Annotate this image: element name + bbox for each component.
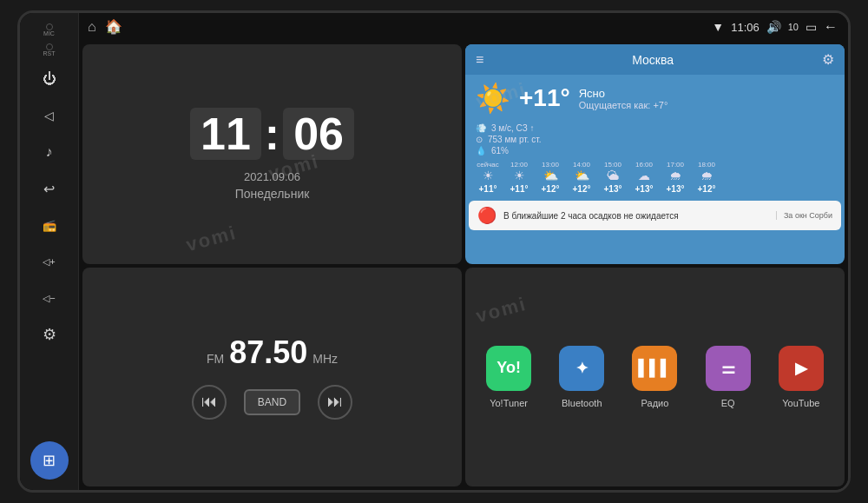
menu-icon[interactable]: ≡: [476, 52, 483, 68]
weather-alert: 🔴 В ближайшие 2 часа осадков не ожидаетс…: [469, 201, 841, 230]
navigate-button[interactable]: ◁: [32, 100, 67, 131]
app-youtube[interactable]: ▶ YouTube: [779, 346, 824, 408]
weather-condition: Ясно: [579, 87, 668, 100]
volume-icon: 🔊: [766, 20, 781, 34]
weather-forecast: сейчас ☀ +11° 12:00 ☀ +11° 13:00 ⛅ +12° …: [465, 157, 845, 197]
battery-icon: ▭: [806, 20, 817, 34]
status-icons: ▼ 11:06 🔊 10 ▭ ←: [712, 19, 838, 35]
status-time: 11:06: [731, 21, 760, 34]
clock-display: 11 : 06: [190, 108, 354, 160]
radio-frequency: 87.50: [229, 334, 307, 371]
battery-level: 10: [788, 22, 799, 32]
forecast-item: 14:00 ⛅ +12°: [569, 161, 594, 194]
volume-up-button[interactable]: ◁+: [32, 246, 67, 277]
weather-widget: ≡ Москва ⚙ ☀️ +11° Ясно Ощущается как: +…: [465, 44, 845, 264]
mic-indicator: MIC: [43, 23, 55, 36]
radio-freq-display: FM 87.50 MHz: [207, 334, 338, 371]
status-bar: ⌂ 🏠 ▼ 11:06 🔊 10 ▭ ←: [79, 13, 848, 41]
radio-next-button[interactable]: ⏭: [318, 385, 352, 420]
sun-icon: ☀️: [476, 82, 510, 115]
radio-band: FM: [207, 352, 224, 366]
humidity-stat: 💧 61%: [476, 146, 834, 156]
back-icon[interactable]: ←: [824, 19, 838, 35]
pressure-stat: ⊙ 753 мм рт. ст.: [476, 135, 834, 144]
settings-button[interactable]: ⚙: [32, 319, 67, 350]
side-panel: MIC RST ⏻ ◁ ♪ ↩ 📻 ◁+ ◁− ⚙ ⊞: [20, 13, 79, 490]
forecast-item: 17:00 🌧 +13°: [663, 161, 687, 194]
clock-date: 2021.09.06: [244, 170, 300, 183]
forecast-item: 16:00 ☁ +13°: [632, 161, 656, 194]
weather-main: ☀️ +11° Ясно Ощущается как: +7°: [465, 75, 845, 122]
weather-stats: 💨 3 м/с, СЗ ↑ ⊙ 753 мм рт. ст. 💧 61%: [465, 122, 845, 157]
music-button[interactable]: ♪: [32, 136, 67, 168]
rst-indicator: RST: [43, 43, 56, 56]
wind-value: 3 м/с, СЗ ↑: [491, 123, 534, 133]
radio-widget: FM 87.50 MHz ⏮ BAND ⏭: [82, 268, 462, 487]
device-frame: vomi vomi vomi vomi MIC RST ⏻ ◁ ♪ ↩ 📻 ◁+…: [17, 10, 851, 493]
humidity-icon: 💧: [476, 146, 486, 156]
alert-text: В ближайшие 2 часа осадков не ожидается: [503, 211, 769, 221]
main-screen: ⌂ 🏠 ▼ 11:06 🔊 10 ▭ ← 11 : 06 2021.: [79, 13, 848, 490]
weather-settings-icon[interactable]: ⚙: [822, 51, 834, 68]
weather-desc: Ясно Ощущается как: +7°: [579, 87, 668, 110]
home-icon[interactable]: ⌂: [88, 19, 96, 35]
weather-header: ≡ Москва ⚙: [465, 44, 845, 75]
clock-widget: 11 : 06 2021.09.06 Понедельник: [82, 44, 462, 264]
mic-label: MIC: [43, 30, 55, 36]
radio-controls: ⏮ BAND ⏭: [192, 385, 352, 420]
weather-feels: Ощущается как: +7°: [579, 100, 668, 110]
radio-band-button[interactable]: BAND: [244, 389, 300, 415]
radio-unit: MHz: [312, 352, 338, 366]
alert-preview: За окн Сорби: [776, 211, 832, 220]
home-grid-button[interactable]: ⊞: [30, 441, 69, 480]
clock-minutes: 06: [283, 108, 354, 160]
weather-temp: +11°: [519, 84, 570, 112]
forecast-item: 18:00 🌧 +12°: [694, 161, 719, 194]
volume-down-button[interactable]: ◁−: [32, 282, 67, 314]
house-icon[interactable]: 🏠: [105, 18, 122, 35]
power-button[interactable]: ⏻: [32, 63, 67, 95]
app-eq[interactable]: ⚌ EQ: [706, 346, 751, 408]
pressure-icon: ⊙: [476, 135, 483, 144]
clock-colon: :: [265, 111, 279, 156]
alert-icon: 🔴: [477, 206, 496, 225]
apps-widget: Yo! Yo!Tuner ✦ Bluetooth ▌▌▌ Радио ⚌ EQ …: [465, 268, 845, 487]
back-button[interactable]: ↩: [32, 173, 67, 204]
radio-prev-button[interactable]: ⏮: [192, 385, 227, 420]
wind-icon: 💨: [476, 123, 486, 133]
wifi-icon: ▼: [712, 20, 724, 34]
forecast-item: 15:00 🌥 +13°: [601, 161, 625, 194]
clock-hours: 11: [190, 108, 261, 160]
wind-stat: 💨 3 м/с, СЗ ↑: [476, 123, 834, 133]
app-[interactable]: ▌▌▌ Радио: [632, 346, 677, 408]
forecast-item: 12:00 ☀ +11°: [507, 161, 531, 194]
app-bluetooth[interactable]: ✦ Bluetooth: [559, 346, 604, 408]
clock-day: Понедельник: [235, 187, 310, 201]
grid-icon: ⊞: [43, 451, 56, 470]
rst-label: RST: [43, 50, 56, 56]
weather-city: Москва: [632, 53, 674, 67]
app-yotuner[interactable]: Yo! Yo!Tuner: [486, 346, 531, 408]
humidity-value: 61%: [491, 146, 509, 156]
main-content-grid: 11 : 06 2021.09.06 Понедельник ≡ Москва …: [79, 41, 848, 490]
forecast-item: сейчас ☀ +11°: [476, 161, 500, 194]
forecast-item: 13:00 ⛅ +12°: [538, 161, 562, 194]
radio-button[interactable]: 📻: [32, 209, 67, 241]
pressure-value: 753 мм рт. ст.: [488, 135, 542, 144]
